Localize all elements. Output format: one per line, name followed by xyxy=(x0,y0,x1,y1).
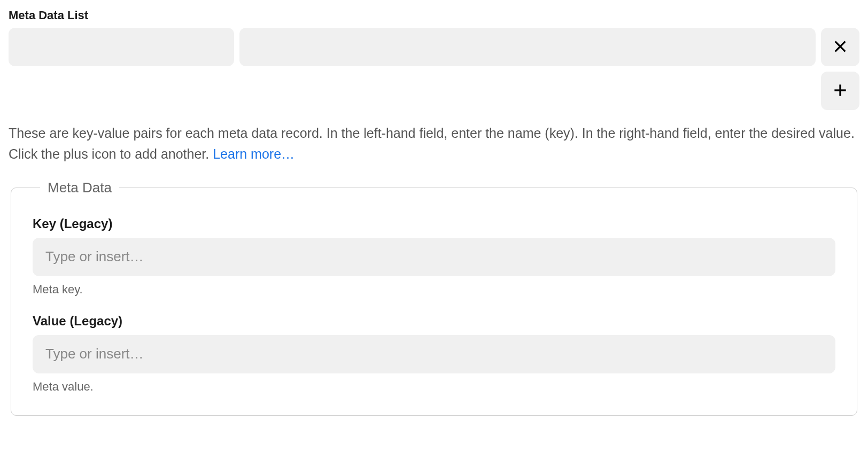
description-body: These are key-value pairs for each meta … xyxy=(9,126,855,161)
close-icon xyxy=(832,38,849,57)
value-legacy-input[interactable] xyxy=(33,335,835,373)
value-field-block: Value (Legacy) Meta value. xyxy=(33,314,835,394)
meta-data-fieldset: Meta Data Key (Legacy) Meta key. Value (… xyxy=(11,180,857,416)
add-row-button[interactable] xyxy=(821,72,859,110)
key-helper-text: Meta key. xyxy=(33,283,835,297)
key-legacy-input[interactable] xyxy=(33,238,835,276)
remove-row-button[interactable] xyxy=(821,28,859,66)
value-helper-text: Meta value. xyxy=(33,380,835,394)
learn-more-link[interactable]: Learn more… xyxy=(213,146,294,161)
add-row-container xyxy=(9,72,859,110)
meta-data-list-row xyxy=(9,28,859,66)
plus-icon xyxy=(832,82,849,100)
meta-key-input[interactable] xyxy=(9,28,234,66)
value-label: Value (Legacy) xyxy=(33,314,835,329)
description-text: These are key-value pairs for each meta … xyxy=(9,123,859,165)
section-title: Meta Data List xyxy=(9,9,859,22)
key-field-block: Key (Legacy) Meta key. xyxy=(33,216,835,297)
fieldset-legend: Meta Data xyxy=(40,180,119,196)
key-label: Key (Legacy) xyxy=(33,216,835,231)
meta-value-input[interactable] xyxy=(239,28,816,66)
